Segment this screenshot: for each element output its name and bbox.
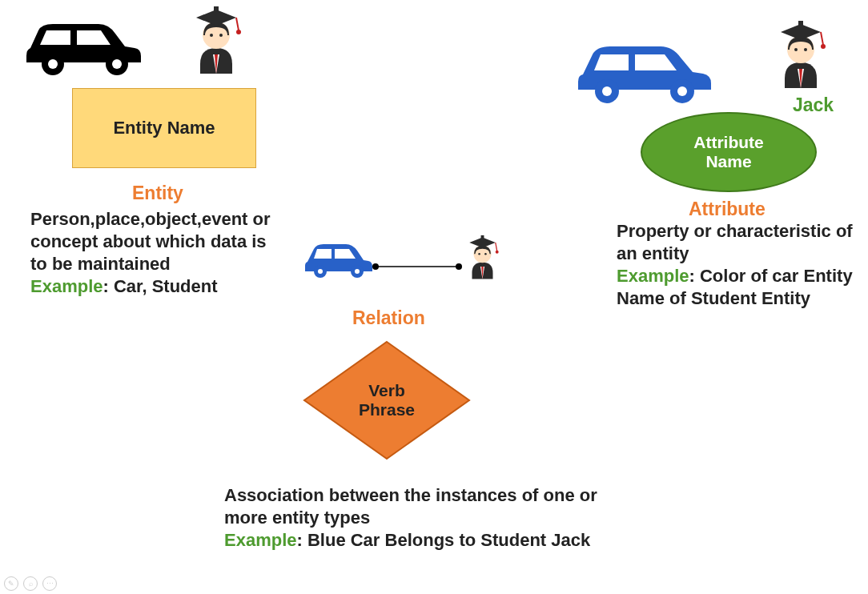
svg-point-23: [355, 269, 360, 274]
diamond-label: VerbPhrase: [359, 381, 415, 419]
svg-point-29: [484, 253, 487, 255]
attribute-example-kw: Example: [617, 266, 689, 286]
relation-diamond: VerbPhrase: [303, 340, 471, 460]
attribute-description: Property or characteristic of an entity …: [617, 220, 857, 311]
car-black-icon: [14, 6, 151, 82]
attribute-section-label: Attribute: [689, 199, 766, 220]
svg-rect-30: [481, 235, 484, 239]
car-blue-icon: [561, 30, 721, 110]
svg-point-32: [496, 251, 499, 254]
relation-desc-text: Association between the instances of one…: [224, 485, 597, 528]
relation-example-text: : Blue Car Belongs to Student Jack: [297, 530, 591, 550]
svg-rect-7: [214, 6, 219, 13]
svg-point-11: [602, 86, 612, 96]
svg-line-18: [821, 32, 823, 45]
svg-point-19: [821, 44, 826, 49]
attribute-desc-text: Property or characteristic of an entity: [617, 221, 853, 263]
svg-point-15: [794, 48, 798, 51]
entity-desc-text: Person,place,object,event or concept abo…: [30, 209, 271, 274]
entity-example-text: : Car, Student: [103, 276, 218, 296]
student-icon: [761, 16, 841, 99]
svg-point-21: [318, 269, 323, 274]
entity-name-box: Entity Name: [72, 88, 256, 168]
relation-line: [372, 259, 468, 274]
entity-section-label: Entity: [132, 183, 183, 204]
car-blue-small-icon: [296, 236, 376, 283]
mini-pen-icon[interactable]: ✎: [4, 576, 18, 591]
mini-more-icon[interactable]: ⋯: [42, 576, 57, 591]
svg-point-3: [112, 59, 122, 69]
svg-rect-17: [798, 21, 803, 27]
svg-point-9: [236, 30, 241, 34]
svg-point-16: [804, 48, 807, 51]
svg-point-5: [210, 34, 213, 37]
relation-description: Association between the instances of one…: [224, 484, 641, 552]
svg-point-25: [372, 263, 379, 270]
jack-label: Jack: [793, 94, 834, 116]
entity-example-kw: Example: [30, 276, 103, 296]
entity-box-label: Entity Name: [113, 118, 215, 138]
svg-line-8: [236, 18, 239, 30]
relation-example-kw: Example: [224, 530, 297, 550]
svg-line-31: [496, 243, 497, 251]
svg-point-13: [677, 86, 687, 96]
entity-description: Person,place,object,event or concept abo…: [30, 208, 279, 299]
student-icon: [176, 2, 256, 85]
attribute-name-ellipse: AttributeName: [641, 112, 817, 192]
svg-point-28: [478, 253, 480, 255]
mini-zoom-icon[interactable]: ⌕: [23, 576, 38, 591]
relation-section-label: Relation: [352, 307, 425, 329]
svg-point-6: [219, 34, 223, 37]
svg-point-1: [48, 59, 58, 69]
mini-toolbar: ✎ ⌕ ⋯: [4, 576, 57, 591]
student-small-icon: [456, 232, 508, 287]
attribute-ellipse-label: AttributeName: [693, 133, 764, 171]
